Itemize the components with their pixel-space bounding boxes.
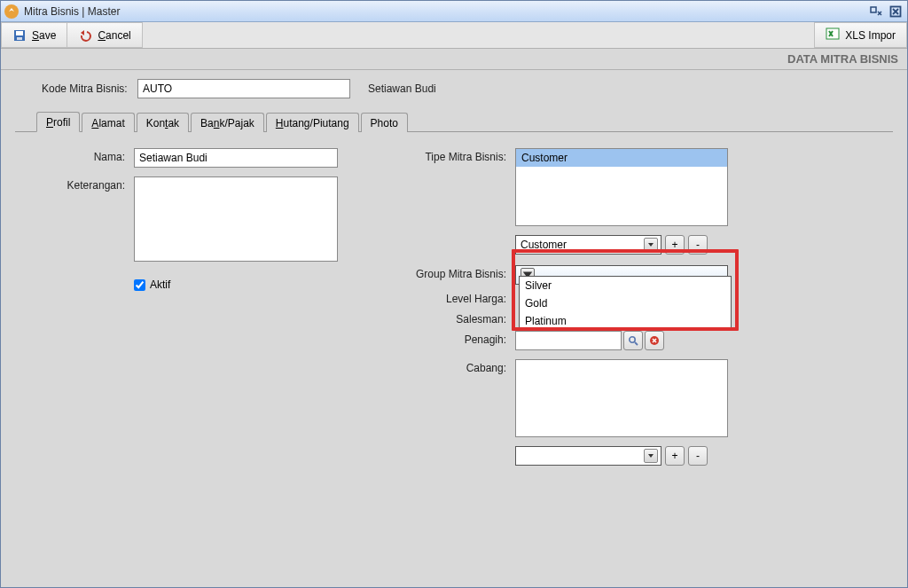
group-label: Group Mitra Bisnis: — [391, 265, 515, 285]
svg-rect-4 — [17, 37, 22, 40]
clear-icon — [649, 335, 660, 346]
group-option-gold[interactable]: Gold — [520, 294, 731, 312]
kode-label: Kode Mitra Bisnis: — [42, 82, 137, 95]
penagih-clear-button[interactable] — [645, 331, 664, 350]
svg-point-6 — [630, 337, 635, 342]
tabs: Profil Alamat Kontak Bank/Pajak Hutang/P… — [15, 111, 893, 132]
tab-profil[interactable]: Profil — [36, 112, 80, 132]
close-icon[interactable] — [888, 4, 904, 19]
cabang-label: Cabang: — [391, 359, 515, 437]
xls-label: XLS Impor — [845, 29, 896, 42]
save-label: Save — [32, 29, 56, 42]
tab-hutang-piutang[interactable]: Hutang/Piutang — [266, 113, 359, 132]
cabang-combo[interactable] — [515, 446, 661, 466]
penagih-search-button[interactable] — [623, 331, 643, 350]
nama-label: Nama: — [36, 148, 134, 168]
svg-rect-3 — [16, 31, 23, 35]
cancel-button[interactable]: Cancel — [67, 22, 142, 48]
undo-icon — [78, 28, 92, 43]
window-title: Mitra Bisnis | Master — [24, 5, 868, 18]
penagih-input[interactable] — [515, 331, 622, 350]
tab-kontak[interactable]: Kontak — [137, 113, 189, 132]
xls-icon — [826, 27, 840, 43]
aktif-label: Aktif — [150, 278, 170, 291]
tipe-remove-button[interactable]: - — [688, 235, 708, 255]
xls-import-button[interactable]: XLS Impor — [814, 22, 907, 48]
cabang-remove-button[interactable]: - — [688, 446, 708, 466]
search-icon — [628, 335, 638, 346]
salesman-label: Salesman: — [391, 310, 515, 325]
tab-alamat[interactable]: Alamat — [82, 113, 134, 132]
tipe-add-button[interactable]: + — [665, 235, 685, 255]
svg-rect-5 — [826, 28, 839, 39]
penagih-label: Penagih: — [391, 331, 515, 350]
tipe-label: Tipe Mitra Bisnis: — [391, 148, 515, 226]
cabang-add-button[interactable]: + — [665, 446, 685, 466]
titlebar: Mitra Bisnis | Master — [1, 1, 907, 22]
keterangan-textarea[interactable] — [134, 176, 338, 262]
tipe-combo[interactable]: Customer — [515, 235, 661, 255]
chevron-down-icon — [644, 449, 658, 463]
tab-photo[interactable]: Photo — [361, 113, 408, 132]
chevron-down-icon — [644, 238, 658, 252]
tab-bank-pajak[interactable]: Bank/Pajak — [191, 113, 264, 132]
group-option-silver[interactable]: Silver — [520, 277, 731, 294]
group-dropdown-list[interactable]: Silver Gold Platinum — [519, 276, 732, 331]
toolbar: Save Cancel XLS Impor — [1, 22, 907, 49]
keterangan-label: Keterangan: — [36, 176, 134, 264]
save-icon — [12, 28, 27, 43]
save-button[interactable]: Save — [1, 22, 67, 48]
level-label: Level Harga: — [391, 290, 515, 305]
svg-rect-0 — [871, 7, 876, 12]
page-title: DATA MITRA BISNIS — [1, 49, 907, 70]
maximize-icon[interactable] — [868, 4, 884, 19]
app-icon — [4, 4, 19, 19]
tipe-listbox[interactable]: Customer — [515, 148, 728, 226]
group-option-platinum[interactable]: Platinum — [520, 312, 731, 330]
nama-input[interactable] — [134, 148, 338, 168]
kode-input[interactable] — [137, 79, 350, 98]
tipe-combo-value: Customer — [521, 239, 644, 251]
svg-line-7 — [635, 342, 638, 345]
kode-display-name: Setiawan Budi — [368, 82, 436, 95]
aktif-checkbox[interactable] — [134, 279, 145, 291]
cabang-listbox[interactable] — [515, 359, 728, 437]
aktif-checkbox-row[interactable]: Aktif — [134, 278, 391, 291]
cancel-label: Cancel — [98, 29, 130, 42]
tipe-list-item[interactable]: Customer — [516, 149, 727, 167]
